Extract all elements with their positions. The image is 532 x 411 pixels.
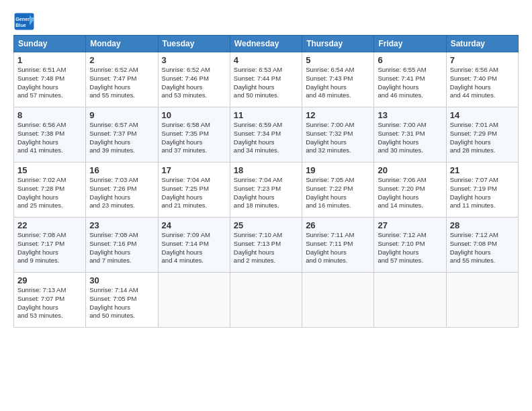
calendar-cell: 20 Sunrise: 7:06 AMSunset: 7:20 PMDaylig… xyxy=(374,163,446,218)
calendar-cell: 16 Sunrise: 7:03 AMSunset: 7:26 PMDaylig… xyxy=(86,163,158,218)
day-detail: Sunrise: 7:00 AMSunset: 7:31 PMDaylight … xyxy=(378,121,426,154)
calendar-cell: 25 Sunrise: 7:10 AMSunset: 7:13 PMDaylig… xyxy=(230,218,302,273)
day-number: 18 xyxy=(234,165,298,175)
calendar-cell: 6 Sunrise: 6:55 AMSunset: 7:41 PMDayligh… xyxy=(374,52,446,107)
day-number: 1 xyxy=(17,55,82,65)
calendar-cell: 21 Sunrise: 7:07 AMSunset: 7:19 PMDaylig… xyxy=(446,163,518,218)
day-header-sunday: Sunday xyxy=(14,36,86,52)
week-row-4: 22 Sunrise: 7:08 AMSunset: 7:17 PMDaylig… xyxy=(14,218,519,273)
day-number: 23 xyxy=(89,220,154,230)
day-detail: Sunrise: 6:57 AMSunset: 7:37 PMDaylight … xyxy=(89,121,138,154)
calendar-cell: 23 Sunrise: 7:08 AMSunset: 7:16 PMDaylig… xyxy=(86,218,158,273)
week-row-2: 8 Sunrise: 6:56 AMSunset: 7:38 PMDayligh… xyxy=(14,107,519,163)
day-number: 14 xyxy=(450,110,515,120)
calendar-cell: 10 Sunrise: 6:58 AMSunset: 7:35 PMDaylig… xyxy=(158,107,230,163)
calendar-cell xyxy=(230,273,302,328)
day-number: 11 xyxy=(234,110,298,120)
day-number: 17 xyxy=(162,165,226,175)
day-detail: Sunrise: 7:02 AMSunset: 7:28 PMDaylight … xyxy=(17,176,66,209)
calendar-cell: 1 Sunrise: 6:51 AMSunset: 7:48 PMDayligh… xyxy=(14,52,86,107)
day-number: 10 xyxy=(162,110,226,120)
day-number: 4 xyxy=(234,55,298,65)
day-detail: Sunrise: 6:54 AMSunset: 7:43 PMDaylight … xyxy=(306,66,354,99)
day-detail: Sunrise: 6:53 AMSunset: 7:44 PMDaylight … xyxy=(234,66,282,99)
day-header-monday: Monday xyxy=(86,36,158,52)
calendar-cell: 12 Sunrise: 7:00 AMSunset: 7:32 PMDaylig… xyxy=(302,107,374,163)
day-detail: Sunrise: 7:09 AMSunset: 7:14 PMDaylight … xyxy=(162,231,210,264)
day-number: 22 xyxy=(17,220,82,230)
calendar-cell: 17 Sunrise: 7:04 AMSunset: 7:25 PMDaylig… xyxy=(158,163,230,218)
day-number: 24 xyxy=(162,220,226,230)
page-container: General Blue SundayMondayTuesdayWednesda… xyxy=(0,0,532,334)
day-number: 2 xyxy=(89,55,154,65)
day-detail: Sunrise: 7:14 AMSunset: 7:05 PMDaylight … xyxy=(89,286,138,319)
day-header-tuesday: Tuesday xyxy=(158,36,230,52)
day-detail: Sunrise: 6:58 AMSunset: 7:35 PMDaylight … xyxy=(162,121,210,154)
day-detail: Sunrise: 6:56 AMSunset: 7:38 PMDaylight … xyxy=(17,121,66,154)
day-number: 8 xyxy=(17,110,82,120)
calendar-cell: 14 Sunrise: 7:01 AMSunset: 7:29 PMDaylig… xyxy=(446,107,518,163)
day-number: 3 xyxy=(162,55,226,65)
calendar-cell: 30 Sunrise: 7:14 AMSunset: 7:05 PMDaylig… xyxy=(86,273,158,328)
calendar-cell: 28 Sunrise: 7:12 AMSunset: 7:08 PMDaylig… xyxy=(446,218,518,273)
day-header-thursday: Thursday xyxy=(302,36,374,52)
day-number: 25 xyxy=(234,220,298,230)
day-number: 28 xyxy=(450,220,515,230)
day-header-friday: Friday xyxy=(374,36,446,52)
day-number: 7 xyxy=(450,55,515,65)
logo-icon: General Blue xyxy=(13,12,35,31)
day-header-saturday: Saturday xyxy=(446,36,518,52)
svg-text:Blue: Blue xyxy=(15,22,26,28)
calendar-cell xyxy=(446,273,518,328)
day-detail: Sunrise: 7:06 AMSunset: 7:20 PMDaylight … xyxy=(378,176,426,209)
calendar-cell: 15 Sunrise: 7:02 AMSunset: 7:28 PMDaylig… xyxy=(14,163,86,218)
day-detail: Sunrise: 6:52 AMSunset: 7:47 PMDaylight … xyxy=(89,66,138,99)
day-detail: Sunrise: 7:01 AMSunset: 7:29 PMDaylight … xyxy=(450,121,498,154)
day-detail: Sunrise: 7:08 AMSunset: 7:17 PMDaylight … xyxy=(17,231,66,264)
day-detail: Sunrise: 7:03 AMSunset: 7:26 PMDaylight … xyxy=(89,176,138,209)
day-number: 30 xyxy=(89,275,154,285)
day-detail: Sunrise: 7:12 AMSunset: 7:10 PMDaylight … xyxy=(378,231,426,264)
day-number: 20 xyxy=(378,165,442,175)
calendar-cell: 3 Sunrise: 6:52 AMSunset: 7:46 PMDayligh… xyxy=(158,52,230,107)
day-detail: Sunrise: 7:04 AMSunset: 7:23 PMDaylight … xyxy=(234,176,282,209)
calendar-cell xyxy=(374,273,446,328)
day-detail: Sunrise: 7:13 AMSunset: 7:07 PMDaylight … xyxy=(17,286,66,319)
day-detail: Sunrise: 6:52 AMSunset: 7:46 PMDaylight … xyxy=(162,66,210,99)
day-detail: Sunrise: 7:05 AMSunset: 7:22 PMDaylight … xyxy=(306,176,354,209)
week-row-3: 15 Sunrise: 7:02 AMSunset: 7:28 PMDaylig… xyxy=(14,163,519,218)
calendar-cell: 27 Sunrise: 7:12 AMSunset: 7:10 PMDaylig… xyxy=(374,218,446,273)
day-detail: Sunrise: 7:12 AMSunset: 7:08 PMDaylight … xyxy=(450,231,498,264)
calendar-cell: 13 Sunrise: 7:00 AMSunset: 7:31 PMDaylig… xyxy=(374,107,446,163)
day-number: 9 xyxy=(89,110,154,120)
day-number: 21 xyxy=(450,165,515,175)
calendar-cell: 2 Sunrise: 6:52 AMSunset: 7:47 PMDayligh… xyxy=(86,52,158,107)
logo: General Blue xyxy=(13,12,35,31)
day-number: 19 xyxy=(306,165,370,175)
day-number: 15 xyxy=(17,165,82,175)
day-detail: Sunrise: 7:10 AMSunset: 7:13 PMDaylight … xyxy=(234,231,282,264)
calendar-table: SundayMondayTuesdayWednesdayThursdayFrid… xyxy=(13,35,519,328)
week-row-1: 1 Sunrise: 6:51 AMSunset: 7:48 PMDayligh… xyxy=(14,52,519,107)
calendar-cell: 7 Sunrise: 6:56 AMSunset: 7:40 PMDayligh… xyxy=(446,52,518,107)
calendar-cell: 9 Sunrise: 6:57 AMSunset: 7:37 PMDayligh… xyxy=(86,107,158,163)
day-number: 5 xyxy=(306,55,370,65)
day-detail: Sunrise: 6:56 AMSunset: 7:40 PMDaylight … xyxy=(450,66,498,99)
calendar-cell: 11 Sunrise: 6:59 AMSunset: 7:34 PMDaylig… xyxy=(230,107,302,163)
day-number: 12 xyxy=(306,110,370,120)
day-detail: Sunrise: 6:51 AMSunset: 7:48 PMDaylight … xyxy=(17,66,66,99)
calendar-cell: 8 Sunrise: 6:56 AMSunset: 7:38 PMDayligh… xyxy=(14,107,86,163)
calendar-cell: 19 Sunrise: 7:05 AMSunset: 7:22 PMDaylig… xyxy=(302,163,374,218)
calendar-cell: 29 Sunrise: 7:13 AMSunset: 7:07 PMDaylig… xyxy=(14,273,86,328)
header-row: SundayMondayTuesdayWednesdayThursdayFrid… xyxy=(14,36,519,52)
day-detail: Sunrise: 7:08 AMSunset: 7:16 PMDaylight … xyxy=(89,231,138,264)
day-number: 16 xyxy=(89,165,154,175)
calendar-cell xyxy=(302,273,374,328)
day-number: 6 xyxy=(378,55,442,65)
day-header-wednesday: Wednesday xyxy=(230,36,302,52)
day-detail: Sunrise: 6:59 AMSunset: 7:34 PMDaylight … xyxy=(234,121,282,154)
day-detail: Sunrise: 7:11 AMSunset: 7:11 PMDaylight … xyxy=(306,231,354,264)
calendar-cell: 26 Sunrise: 7:11 AMSunset: 7:11 PMDaylig… xyxy=(302,218,374,273)
day-number: 27 xyxy=(378,220,442,230)
week-row-5: 29 Sunrise: 7:13 AMSunset: 7:07 PMDaylig… xyxy=(14,273,519,328)
